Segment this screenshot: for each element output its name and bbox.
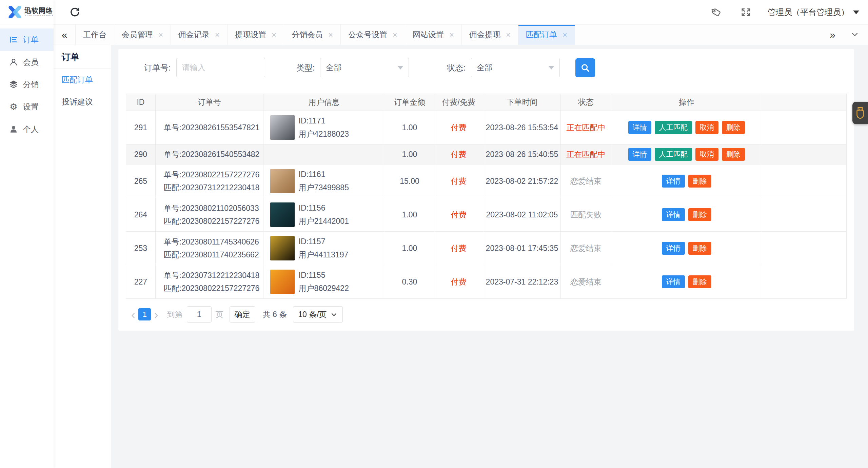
detail-button[interactable]: 详情: [662, 208, 685, 221]
status-cell: 匹配失败: [561, 198, 611, 232]
delete-button[interactable]: 删除: [722, 148, 745, 161]
member-person-icon: [9, 57, 18, 67]
order-no-cell: 单号:202308261553547821: [155, 111, 263, 144]
sidebar-item-profile[interactable]: 个人: [0, 118, 54, 140]
floating-widget[interactable]: [852, 102, 868, 124]
goto-page-input[interactable]: [187, 306, 212, 323]
tag-icon[interactable]: [710, 6, 722, 18]
cancel-button[interactable]: 取消: [695, 121, 718, 134]
search-button[interactable]: [575, 58, 595, 77]
status-cell: 恋爱结束: [561, 265, 611, 299]
status-select[interactable]: 全部: [471, 58, 560, 77]
fullscreen-icon[interactable]: [740, 6, 752, 18]
tab-item[interactable]: 佣金记录 ×: [171, 25, 227, 45]
next-page-icon[interactable]: ›: [151, 309, 161, 320]
match-no-text: 匹配:202308022157227276: [164, 282, 261, 295]
extra-cell: [762, 111, 846, 144]
refresh-icon[interactable]: [69, 6, 81, 18]
delete-button[interactable]: 删除: [688, 208, 711, 221]
cancel-button[interactable]: 取消: [695, 148, 718, 161]
close-icon[interactable]: ×: [158, 31, 163, 39]
delete-button[interactable]: 删除: [722, 121, 745, 134]
tab-item[interactable]: 佣金提现 ×: [461, 25, 518, 45]
orders-card: 订单号: 类型: 全部 状态: 全部: [118, 49, 854, 331]
tabs-more-icon[interactable]: »: [830, 29, 835, 41]
tabs: 工作台 会员管理 × 佣金记录 × 提现设置 × 分销会员 × 公众号设置 × …: [75, 25, 575, 45]
order-no-cell: 单号:202308261540553482: [155, 144, 263, 164]
close-icon[interactable]: ×: [328, 31, 333, 39]
subsidebar-item-match-orders[interactable]: 匹配订单: [54, 69, 111, 91]
tab-item[interactable]: 分销会员 ×: [284, 25, 340, 45]
close-icon[interactable]: ×: [449, 31, 454, 39]
prev-page-icon[interactable]: ‹: [128, 309, 138, 320]
tabs-collapse-icon[interactable]: «: [54, 25, 75, 45]
order-no-text: 单号:202308261540553482: [164, 148, 261, 161]
match-no-text: 匹配:202307312212230418: [164, 181, 261, 194]
order-no-cell: 单号:202307312212230418 匹配:202308022157227…: [155, 265, 263, 299]
status-label: 状态:: [447, 62, 466, 73]
type-select[interactable]: 全部: [320, 58, 409, 77]
sidebar-item-label: 会员: [23, 57, 39, 67]
sidebar-item-distribution[interactable]: 分销: [0, 73, 54, 96]
orders-table: ID订单号用户信息订单金额付费/免费下单时间状态操作 291 单号:202308…: [126, 94, 847, 299]
tab-item[interactable]: 提现设置 ×: [227, 25, 284, 45]
page-size-select[interactable]: 10 条/页: [293, 306, 342, 323]
delete-button[interactable]: 删除: [688, 175, 711, 188]
manual-button[interactable]: 人工匹配: [655, 148, 692, 161]
order-no-input[interactable]: [176, 58, 265, 77]
column-header: 订单金额: [385, 94, 434, 111]
user-no-text: 用户86029422: [299, 282, 349, 295]
order-no-label: 订单号:: [144, 62, 171, 73]
tabs-dropdown-icon[interactable]: [850, 30, 859, 40]
tab-label: 公众号设置: [348, 30, 387, 40]
filter-bar: 订单号: 类型: 全部 状态: 全部: [144, 58, 847, 77]
manual-button[interactable]: 人工匹配: [655, 121, 692, 134]
detail-button[interactable]: 详情: [628, 148, 651, 161]
order-no-cell: 单号:202308021102056033 匹配:202308022157227…: [155, 198, 263, 232]
tab-item[interactable]: 会员管理 ×: [114, 25, 171, 45]
sidebar-item-orders[interactable]: 订单: [0, 28, 54, 51]
detail-button[interactable]: 详情: [662, 242, 685, 255]
tab-item[interactable]: 公众号设置 ×: [340, 25, 405, 45]
detail-button[interactable]: 详情: [662, 175, 685, 188]
tab-item[interactable]: 匹配订单 ×: [518, 25, 575, 45]
table-row: 265 单号:202308022157227276 匹配:20230731221…: [126, 164, 847, 198]
close-icon[interactable]: ×: [506, 31, 511, 39]
close-icon[interactable]: ×: [393, 31, 397, 39]
user-id-text: ID:1155: [299, 269, 349, 282]
detail-button[interactable]: 详情: [662, 275, 685, 288]
subsidebar-item-complaints[interactable]: 投诉建议: [54, 91, 111, 113]
user-id-text: ID:1157: [299, 235, 349, 248]
close-icon[interactable]: ×: [563, 31, 567, 39]
status-select-value: 全部: [477, 62, 492, 73]
close-icon[interactable]: ×: [215, 31, 220, 39]
column-header: 用户信息: [263, 94, 385, 111]
table-row: 253 单号:202308011745340626 匹配:20230801174…: [126, 232, 847, 265]
tab-label: 网站设置: [413, 30, 444, 40]
sidebar-item-settings[interactable]: ⚙ 设置: [0, 96, 54, 118]
actions-cell: 详情删除: [611, 265, 762, 299]
tab-label: 匹配订单: [526, 30, 557, 40]
tab-item[interactable]: 工作台: [75, 25, 114, 45]
delete-button[interactable]: 删除: [688, 275, 711, 288]
settings-gear-icon: ⚙: [9, 102, 18, 112]
goto-confirm-button[interactable]: 确定: [230, 306, 255, 323]
order-time-cell: 2023-08-02 21:57:22: [483, 164, 561, 198]
page-number-button[interactable]: 1: [138, 308, 151, 320]
match-no-text: 匹配:202308011740235662: [164, 248, 261, 261]
order-no-text: 单号:202308261553547821: [164, 121, 261, 134]
user-menu[interactable]: 管理员（平台管理员）: [768, 7, 859, 18]
amount-cell: 1.00: [385, 232, 434, 265]
app-root: 迅软网络 XunruanNetwork 订单 会员 分销: [0, 0, 868, 468]
detail-button[interactable]: 详情: [628, 121, 651, 134]
column-header: [762, 94, 846, 111]
sidebar-item-label: 设置: [23, 102, 39, 112]
sidebar-item-members[interactable]: 会员: [0, 51, 54, 73]
order-no-text: 单号:202307312212230418: [164, 269, 261, 282]
tab-item[interactable]: 网站设置 ×: [405, 25, 461, 45]
user-info-cell: ID:1157 用户44113197: [263, 232, 385, 265]
close-icon[interactable]: ×: [272, 31, 276, 39]
profile-person-icon: [9, 124, 18, 134]
delete-button[interactable]: 删除: [688, 242, 711, 255]
order-id-cell: 291: [126, 111, 156, 144]
